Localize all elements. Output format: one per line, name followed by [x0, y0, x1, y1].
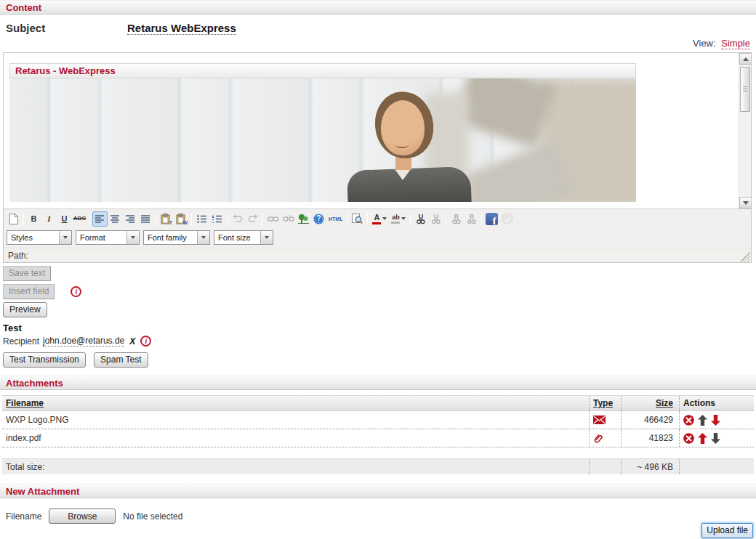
new-document-icon[interactable] — [6, 211, 21, 227]
resize-handle-icon[interactable] — [741, 252, 750, 262]
preview-button[interactable]: Preview — [3, 302, 47, 317]
facebook-icon[interactable]: f — [484, 211, 499, 227]
paperclip-icon — [591, 431, 606, 445]
chevron-down-icon[interactable] — [126, 231, 139, 244]
email-banner: Retarus - WebExpress — [9, 63, 636, 202]
move-up-icon[interactable] — [698, 433, 707, 444]
scroll-down-icon[interactable] — [739, 197, 751, 208]
unlink-b-icon[interactable]: B — [464, 211, 479, 227]
chevron-down-icon[interactable] — [382, 217, 387, 220]
preview-icon[interactable] — [350, 211, 365, 227]
insert-field-button[interactable]: Insert field — [3, 284, 55, 299]
sort-size-header[interactable]: Size — [656, 398, 673, 408]
attachment-filename: index.pdf — [2, 433, 589, 443]
sort-filename-header[interactable]: Filename — [6, 398, 44, 408]
attachment-filename: WXP Logo.PNG — [2, 415, 589, 425]
upload-row: Upload file — [701, 525, 753, 535]
new-attachment-section-header: New Attachment — [0, 484, 756, 498]
preview-row: Preview — [3, 302, 756, 317]
test-recipient-row: Recipient john.doe@retarus.de X i — [3, 336, 756, 346]
styles-select[interactable]: Styles — [7, 230, 72, 245]
info-icon[interactable]: i — [71, 286, 81, 297]
link-u-icon[interactable]: U — [413, 211, 428, 227]
view-label: View: — [693, 38, 716, 49]
sort-type-header[interactable]: Type — [593, 398, 613, 408]
attachment-size: 41823 — [621, 429, 679, 447]
align-justify-icon[interactable] — [138, 211, 153, 227]
align-left-icon[interactable] — [92, 211, 108, 227]
delete-icon[interactable] — [683, 415, 694, 426]
html-source-icon[interactable]: HTML — [326, 211, 345, 227]
content-section-header: Content — [0, 0, 756, 15]
numbered-list-icon[interactable] — [209, 211, 225, 227]
unlink-u-icon[interactable]: U — [428, 211, 443, 227]
font-family-select[interactable]: Font family — [143, 230, 210, 245]
font-color-icon[interactable]: A — [370, 211, 389, 227]
table-row: index.pdf 41823 — [2, 429, 754, 447]
view-simple-link[interactable]: Simple — [721, 38, 750, 49]
move-up-icon[interactable] — [698, 415, 707, 426]
delete-icon[interactable] — [683, 433, 694, 444]
test-buttons-row: Test Transmission Spam Test — [3, 352, 756, 368]
move-down-icon[interactable] — [711, 433, 720, 444]
banner-photo-woman — [347, 166, 472, 202]
spam-test-button[interactable]: Spam Test — [94, 352, 148, 368]
remove-recipient-icon[interactable]: X — [129, 336, 135, 346]
test-transmission-button[interactable]: Test Transmission — [3, 352, 86, 368]
attachment-size: 466429 — [621, 411, 679, 429]
bullet-list-icon[interactable] — [194, 211, 209, 227]
filename-label: Filename — [6, 511, 41, 522]
italic-icon[interactable]: I — [41, 211, 57, 227]
subject-value-editable[interactable]: Retarus WebExpress — [127, 22, 236, 35]
editor-content-area[interactable]: Retarus - WebExpress — [4, 53, 751, 208]
banner-photo-woman — [395, 142, 409, 148]
paste-as-text-icon[interactable]: T — [158, 211, 174, 227]
editor-path-bar: Path: — [4, 248, 751, 262]
strikethrough-icon[interactable]: ABC — [72, 211, 87, 227]
table-row: WXP Logo.PNG 466429 — [2, 411, 754, 429]
chevron-down-icon[interactable] — [401, 217, 406, 220]
editor-scrollbar[interactable] — [739, 53, 751, 208]
editor-toolbar: B I U ABC T W — [4, 208, 751, 228]
underline-icon[interactable]: U — [57, 211, 72, 227]
attachments-table-header: Filename Type Size Actions — [2, 395, 754, 411]
new-attachment-row: Filename Browse No file selected — [6, 508, 756, 524]
empty-table-row — [2, 447, 754, 458]
link-icon[interactable] — [265, 211, 281, 227]
scroll-up-icon[interactable] — [739, 53, 751, 65]
browse-button[interactable]: Browse — [49, 508, 116, 524]
format-select[interactable]: Format — [76, 230, 140, 245]
chevron-down-icon[interactable] — [260, 231, 273, 244]
scrollbar-thumb[interactable] — [740, 67, 750, 112]
move-down-icon[interactable] — [711, 415, 720, 426]
webexpress-content-page: Content Subject Retarus WebExpress View:… — [0, 0, 756, 539]
info-icon[interactable]: i — [140, 336, 151, 346]
envelope-icon — [593, 416, 606, 424]
view-switch-row: View: Simple — [0, 38, 756, 51]
new-attachment-section-title: New Attachment — [6, 486, 79, 497]
no-file-selected-text: No file selected — [123, 511, 182, 522]
chevron-down-icon[interactable] — [59, 231, 71, 244]
undo-icon[interactable] — [230, 211, 245, 227]
recipient-email-editable[interactable]: john.doe@retarus.de — [43, 336, 124, 346]
disabled-pencil-icon[interactable] — [499, 211, 515, 227]
highlight-color-icon[interactable]: ab — [389, 211, 408, 227]
bold-icon[interactable]: B — [26, 211, 41, 227]
font-size-select[interactable]: Font size — [214, 230, 273, 245]
save-text-row: Save text — [3, 266, 756, 281]
redo-icon[interactable] — [245, 211, 260, 227]
link-b-icon[interactable]: B — [449, 211, 464, 227]
unlink-icon[interactable] — [281, 211, 296, 227]
insert-image-icon[interactable] — [296, 211, 311, 227]
rich-text-editor: Retarus - WebExpress — [3, 52, 752, 263]
align-right-icon[interactable] — [123, 211, 138, 227]
banner-title: Retarus - WebExpress — [15, 65, 116, 76]
recipient-label: Recipient — [3, 336, 39, 346]
chevron-down-icon[interactable] — [197, 231, 209, 244]
save-text-button[interactable]: Save text — [3, 266, 51, 281]
paste-from-word-icon[interactable]: W — [174, 211, 189, 227]
help-icon[interactable]: ? — [311, 211, 326, 227]
path-label: Path: — [8, 251, 28, 261]
upload-file-button[interactable]: Upload file — [701, 523, 753, 538]
align-center-icon[interactable] — [108, 211, 123, 227]
